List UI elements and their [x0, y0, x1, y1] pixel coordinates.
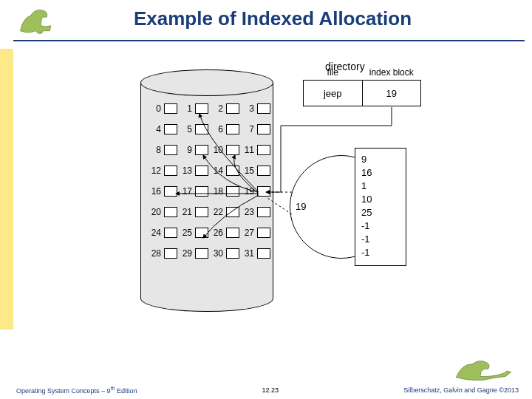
arrows-overlay [111, 66, 443, 347]
header: Example of Indexed Allocation [13, 0, 532, 49]
footer-right: Silberschatz, Galvin and Gagne ©2013 [403, 386, 519, 394]
title-rule [13, 40, 525, 41]
dinosaur-footer-icon [452, 356, 519, 383]
left-sidebar [0, 0, 13, 399]
diagram: 0123 4567 891011 12131415 16171819 20212… [111, 66, 443, 347]
dinosaur-icon [15, 3, 66, 38]
footer: Operating System Concepts – 9th Edition … [0, 384, 532, 399]
footer-left: Operating System Concepts – 9th Edition [16, 386, 137, 395]
page-title: Example of Indexed Allocation [13, 0, 532, 30]
footer-page-number: 12.23 [262, 386, 279, 394]
